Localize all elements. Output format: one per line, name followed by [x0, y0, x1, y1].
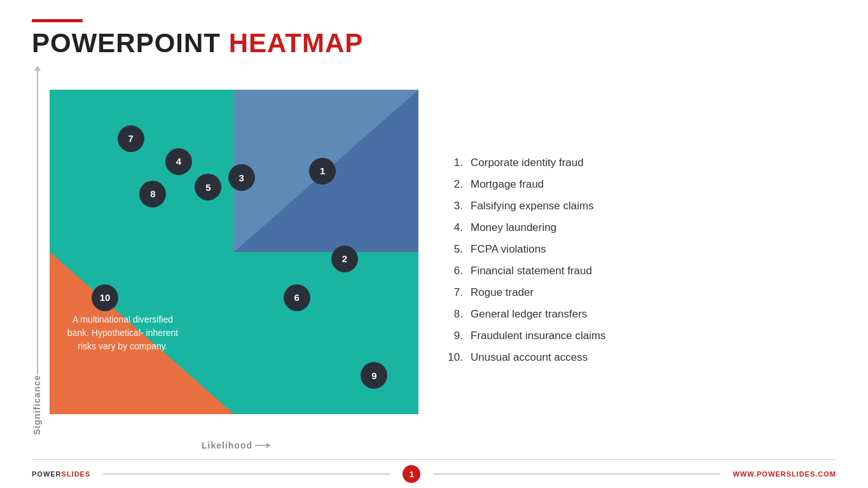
- footer-website: WWW.POWERSLIDES.COM: [733, 470, 836, 478]
- header-line: [32, 19, 83, 22]
- legend-number-4: 4.: [444, 221, 463, 234]
- legend-number-2: 2.: [444, 178, 463, 191]
- bubble-9: 9: [361, 362, 387, 389]
- y-axis-line: [37, 69, 38, 375]
- chart-description: A multinational diversified bank. Hypoth…: [50, 252, 196, 414]
- legend-text-4: Money laundering: [471, 221, 556, 234]
- legend-item-3: 3.Falsifying expense claims: [444, 200, 836, 213]
- bubble-4: 4: [165, 148, 192, 175]
- legend-number-7: 7.: [444, 286, 463, 299]
- page-wrapper: POWERPOINT HEATMAP Significance: [0, 0, 868, 488]
- chart-description-text: A multinational diversified bank. Hypoth…: [62, 313, 183, 353]
- legend-number-1: 1.: [444, 157, 463, 169]
- x-axis-label: Likelihood: [202, 440, 252, 450]
- x-axis-container: Likelihood: [183, 440, 268, 450]
- bubble-10: 10: [92, 284, 118, 311]
- footer-brand-part2: SLIDES: [62, 470, 91, 478]
- legend-item-5: 5.FCPA violations: [444, 243, 836, 256]
- y-axis: Significance: [32, 69, 47, 435]
- legend-text-6: Financial statement fraud: [471, 265, 592, 277]
- legend-text-7: Rogue trader: [471, 286, 534, 299]
- footer: POWERSLIDES 1 WWW.POWERSLIDES.COM: [32, 459, 836, 488]
- bubble-1: 1: [309, 158, 336, 185]
- legend-list: 1.Corporate identity fraud2.Mortgage fra…: [444, 69, 836, 453]
- y-axis-label: Significance: [32, 375, 42, 435]
- footer-brand: POWERSLIDES: [32, 470, 90, 478]
- legend-text-9: Fraudulent insurance claims: [471, 330, 606, 342]
- legend-number-9: 9.: [444, 330, 463, 342]
- bubble-5: 5: [195, 174, 221, 200]
- footer-page-badge: 1: [403, 465, 420, 483]
- legend-number-8: 8.: [444, 308, 463, 321]
- legend-number-10: 10.: [444, 351, 463, 364]
- header: POWERPOINT HEATMAP: [32, 19, 836, 58]
- legend-text-1: Corporate identity fraud: [471, 157, 584, 169]
- legend-item-1: 1.Corporate identity fraud: [444, 157, 836, 169]
- legend-number-6: 6.: [444, 265, 463, 277]
- heatmap-grid: A multinational diversified bank. Hypoth…: [50, 90, 418, 414]
- bubble-6: 6: [284, 284, 310, 311]
- legend-item-10: 10.Unusual account access: [444, 351, 836, 364]
- legend-number-5: 5.: [444, 243, 463, 256]
- quadrant-top-left: [50, 90, 234, 252]
- legend-text-2: Mortgage fraud: [471, 178, 544, 191]
- x-axis-arrow: [255, 445, 268, 446]
- page-title: POWERPOINT HEATMAP: [32, 29, 836, 58]
- legend-number-3: 3.: [444, 200, 463, 213]
- chart-area: Significance A multinational diversified…: [32, 69, 418, 453]
- quadrant-bottom-right: [234, 252, 418, 414]
- bubble-7: 7: [118, 125, 144, 152]
- legend-text-5: FCPA violations: [471, 243, 546, 256]
- legend-text-10: Unusual account access: [471, 351, 588, 364]
- title-part1: POWERPOINT: [32, 28, 229, 58]
- legend-text-8: General ledger transfers: [471, 308, 587, 321]
- footer-center-line: [103, 473, 390, 475]
- legend-item-6: 6.Financial statement fraud: [444, 265, 836, 277]
- legend-item-8: 8.General ledger transfers: [444, 308, 836, 321]
- legend-text-3: Falsifying expense claims: [471, 200, 594, 213]
- legend-item-7: 7.Rogue trader: [444, 286, 836, 299]
- legend-item-4: 4.Money laundering: [444, 221, 836, 234]
- chart-with-y-axis: Significance A multinational diversified…: [32, 69, 418, 435]
- main-content: Significance A multinational diversified…: [32, 69, 836, 453]
- title-part2: HEATMAP: [229, 28, 364, 58]
- legend-item-2: 2.Mortgage fraud: [444, 178, 836, 191]
- bubble-2: 2: [331, 246, 358, 272]
- footer-right-line: [433, 473, 720, 475]
- footer-brand-part1: POWER: [32, 470, 62, 478]
- legend-item-9: 9.Fraudulent insurance claims: [444, 330, 836, 342]
- bubble-8: 8: [139, 181, 166, 207]
- bubble-3: 3: [228, 164, 255, 191]
